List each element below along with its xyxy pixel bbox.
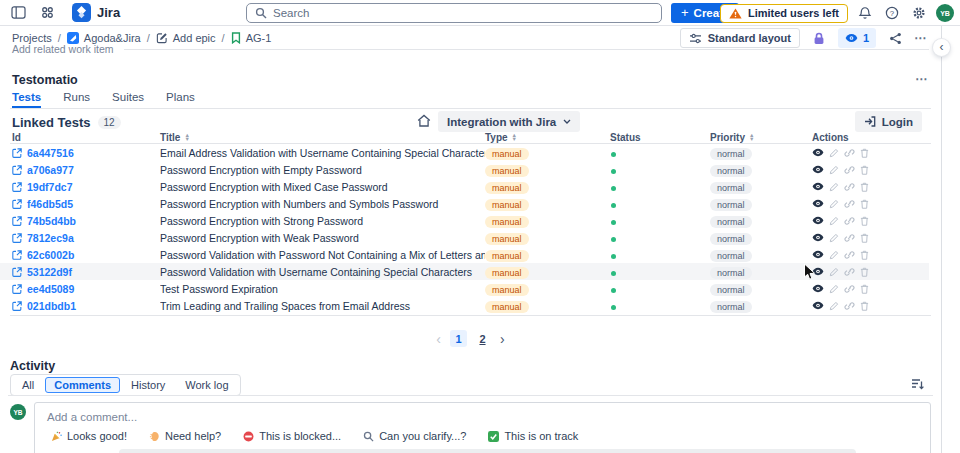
login-button[interactable]: Login <box>855 111 922 132</box>
edit-icon[interactable] <box>829 165 839 175</box>
delete-icon[interactable] <box>860 165 869 175</box>
add-related-work-item-row: Add related work item <box>12 43 929 55</box>
type-badge: manual <box>485 165 529 177</box>
panel-divider <box>941 26 942 453</box>
test-id-link[interactable]: 74b5d4bb <box>12 215 160 227</box>
column-label: Type <box>485 132 508 143</box>
delete-icon[interactable] <box>860 182 869 192</box>
pagination-pages: 12 <box>450 330 491 347</box>
delete-icon[interactable] <box>860 216 869 226</box>
column-priority[interactable]: Priority▲▼ <box>710 132 812 143</box>
activity-tab-history[interactable]: History <box>122 377 174 393</box>
limited-users-badge[interactable]: Limited users left <box>720 4 848 23</box>
tab-tests[interactable]: Tests <box>12 91 41 108</box>
delete-icon[interactable] <box>860 199 869 209</box>
linked-tests-count-badge: 12 <box>98 116 121 129</box>
unlink-icon[interactable] <box>844 199 855 209</box>
unlink-icon[interactable] <box>844 284 855 294</box>
edit-icon[interactable] <box>829 148 839 158</box>
external-link-icon <box>12 233 22 243</box>
edit-icon[interactable] <box>829 216 839 226</box>
test-id-link[interactable]: 7812ec9a <box>12 232 160 244</box>
edit-icon[interactable] <box>829 199 839 209</box>
jira-home-link[interactable]: Jira <box>72 3 120 22</box>
edit-icon[interactable] <box>829 267 839 277</box>
quick-reply-looks-good[interactable]: Looks good! <box>51 430 127 442</box>
view-icon[interactable] <box>812 233 824 242</box>
delete-icon[interactable] <box>860 233 869 243</box>
user-avatar[interactable]: YB <box>936 4 954 22</box>
notifications-button[interactable] <box>855 3 875 23</box>
unlink-icon[interactable] <box>844 182 855 192</box>
unlink-icon[interactable] <box>844 250 855 260</box>
delete-icon[interactable] <box>860 301 869 311</box>
edit-icon[interactable] <box>829 233 839 243</box>
page-button-2[interactable]: 2 <box>474 330 491 347</box>
delete-icon[interactable] <box>860 284 869 294</box>
previous-page-button[interactable]: ‹ <box>436 331 441 347</box>
test-id-link[interactable]: 021dbdb1 <box>12 300 160 312</box>
unlink-icon[interactable] <box>844 165 855 175</box>
comment-editor[interactable]: Add a comment... Looks good!Need help?Th… <box>34 402 931 453</box>
view-icon[interactable] <box>812 284 824 293</box>
test-id-link[interactable]: 6a447516 <box>12 147 160 159</box>
activity-tab-all[interactable]: All <box>13 377 43 393</box>
test-id-link[interactable]: f46db5d5 <box>12 198 160 210</box>
app-switcher-button[interactable] <box>37 3 57 23</box>
activity-tab-work-log[interactable]: Work log <box>176 377 237 393</box>
test-id-link[interactable]: a706a977 <box>12 164 160 176</box>
test-id-link[interactable]: 19df7dc7 <box>12 181 160 193</box>
nav-left-group: Jira <box>8 3 120 23</box>
column-type[interactable]: Type▲▼ <box>485 132 610 143</box>
unlink-icon[interactable] <box>844 267 855 277</box>
tab-suites[interactable]: Suites <box>112 91 144 108</box>
test-title: Email Address Validation with Username C… <box>160 147 485 159</box>
view-icon[interactable] <box>812 182 824 191</box>
unlink-icon[interactable] <box>844 216 855 226</box>
test-id: 6a447516 <box>27 147 74 159</box>
integration-dropdown[interactable]: Integration with Jira <box>438 111 580 132</box>
tab-plans[interactable]: Plans <box>166 91 195 108</box>
quick-reply-can-you-clarify[interactable]: Can you clarify...? <box>363 430 466 442</box>
next-page-button[interactable]: › <box>500 331 505 347</box>
test-id-link[interactable]: ee4d5089 <box>12 283 160 295</box>
quick-reply-this-is-on-track[interactable]: This is on track <box>488 430 578 442</box>
global-search[interactable] <box>246 3 662 23</box>
delete-icon[interactable] <box>860 148 869 158</box>
quick-reply-need-help[interactable]: Need help? <box>149 430 221 442</box>
edit-icon[interactable] <box>829 284 839 294</box>
testomatio-more-button[interactable]: ⋯ <box>915 72 928 86</box>
help-button[interactable]: ? <box>882 3 902 23</box>
unlink-icon[interactable] <box>844 148 855 158</box>
activity-sort-button[interactable] <box>911 378 924 390</box>
view-icon[interactable] <box>812 148 824 157</box>
activity-tab-comments[interactable]: Comments <box>45 377 120 393</box>
status-dot <box>611 254 616 259</box>
settings-button[interactable] <box>909 3 929 23</box>
test-id-link[interactable]: 62c6002b <box>12 249 160 261</box>
view-icon[interactable] <box>812 199 824 208</box>
page-button-1[interactable]: 1 <box>450 330 467 347</box>
view-icon[interactable] <box>812 165 824 174</box>
view-icon[interactable] <box>812 301 824 310</box>
add-related-work-item-label[interactable]: Add related work item <box>12 43 114 55</box>
tab-runs[interactable]: Runs <box>63 91 90 108</box>
edit-icon[interactable] <box>829 182 839 192</box>
delete-icon[interactable] <box>860 250 869 260</box>
search-input[interactable] <box>273 7 653 19</box>
comment-placeholder[interactable]: Add a comment... <box>47 411 137 423</box>
column-title[interactable]: Title▲▼ <box>160 132 485 143</box>
unlink-icon[interactable] <box>844 301 855 311</box>
sidebar-toggle-button[interactable] <box>8 3 28 23</box>
collapse-panel-button[interactable]: ‹ <box>933 39 950 56</box>
view-icon[interactable] <box>812 267 824 276</box>
delete-icon[interactable] <box>860 267 869 277</box>
quick-reply-this-is-blocked[interactable]: This is blocked... <box>243 430 341 442</box>
view-icon[interactable] <box>812 216 824 225</box>
testomatio-home-button[interactable] <box>417 114 431 127</box>
test-id-link[interactable]: 53122d9f <box>12 266 160 278</box>
unlink-icon[interactable] <box>844 233 855 243</box>
edit-icon[interactable] <box>829 301 839 311</box>
edit-icon[interactable] <box>829 250 839 260</box>
view-icon[interactable] <box>812 250 824 259</box>
